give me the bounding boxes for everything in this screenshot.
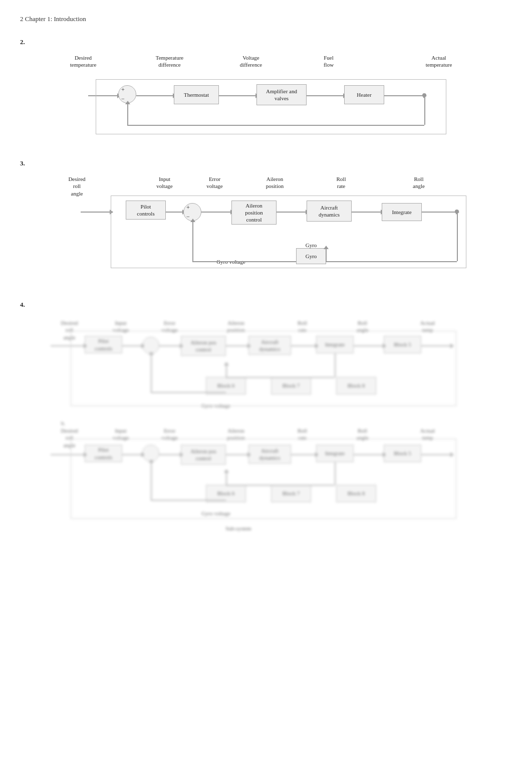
label-error-voltage: Errorvoltage (198, 175, 231, 190)
label-roll-rate: Rollrate (329, 175, 354, 190)
section-4-number: 4. (20, 301, 512, 309)
diagram-2: Desiredtemperature Temperaturedifference… (51, 54, 481, 144)
section-3-number: 3. (20, 159, 512, 167)
section-2-number: 2. (20, 38, 512, 46)
label-aileron-position: Aileronposition (258, 175, 291, 190)
label-temperature-difference: Temperaturedifference (148, 54, 191, 69)
diagram-3: Desiredrollangle Inputvoltage Errorvolta… (51, 175, 481, 291)
label-desired-temperature: Desiredtemperature (66, 54, 101, 69)
outer-box-3 (111, 196, 466, 268)
label-actual-temperature: Actualtemperature (421, 54, 456, 69)
arrow-input-sum (81, 212, 111, 213)
diagram-4: Desiredrollangle Inputvoltage Errorvolta… (51, 317, 481, 608)
label-roll-angle: Rollangle (406, 175, 431, 190)
d4-b-label0: b. (56, 420, 71, 427)
d4-b-extra-label: Sub-system (221, 525, 256, 532)
label-desired-roll: Desiredrollangle (61, 175, 93, 197)
label-fuel-flow: Fuelflow (316, 54, 341, 69)
d4-outer-box-bot (71, 439, 456, 519)
page-header: 2 Chapter 1: Introduction (20, 15, 512, 23)
outer-box-2 (96, 79, 446, 134)
d4-outer-box-top (71, 331, 456, 406)
label-voltage-difference: Voltagedifference (231, 54, 271, 69)
label-input-voltage: Inputvoltage (148, 175, 181, 190)
